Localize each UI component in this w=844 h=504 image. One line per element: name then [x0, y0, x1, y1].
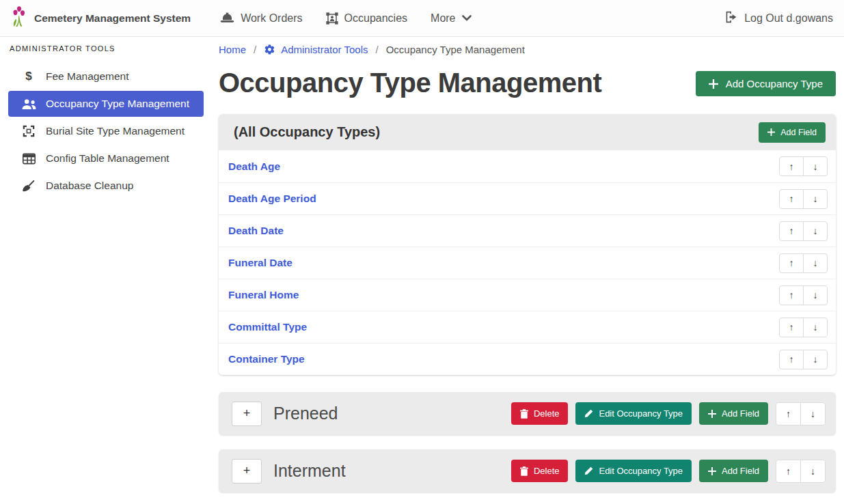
move-up-button[interactable]: ↑: [779, 253, 804, 273]
field-link-funeral-home[interactable]: Funeral Home: [228, 289, 299, 301]
field-row: Death Date ↑ ↓: [219, 214, 836, 247]
logout-button[interactable]: Log Out d.gowans: [724, 11, 833, 26]
reorder-buttons: ↑ ↓: [776, 402, 826, 425]
logout-icon: [724, 11, 738, 26]
reorder-buttons: ↑ ↓: [776, 460, 826, 483]
dollar-icon: $: [21, 70, 37, 83]
sidebar-section-header: ADMINISTRATOR TOOLS: [10, 44, 212, 53]
edit-occupancy-type-label: Edit Occupancy Type: [599, 408, 683, 419]
sidebar-item-label: Burial Site Type Management: [46, 125, 185, 137]
move-up-button[interactable]: ↑: [776, 460, 801, 483]
breadcrumb-home-link[interactable]: Home: [219, 44, 246, 55]
breadcrumb-separator: /: [375, 44, 378, 55]
panel-actions: Delete Edit Occupancy Type Add Field ↑: [511, 402, 826, 425]
occupancy-type-panel-interment: + Interment Delete Edit Occupancy Type: [219, 449, 836, 492]
expand-button[interactable]: +: [232, 402, 262, 426]
add-field-button[interactable]: Add Field: [699, 460, 768, 482]
move-down-button[interactable]: ↓: [803, 189, 828, 209]
breadcrumb-current: Occupancy Type Management: [386, 44, 525, 55]
move-down-button[interactable]: ↓: [803, 318, 828, 337]
trash-icon: [520, 409, 528, 419]
all-occupancy-types-title: (All Occupancy Types): [234, 124, 380, 140]
add-occupancy-type-button[interactable]: Add Occupancy Type: [696, 71, 836, 96]
plus-icon: [709, 79, 718, 89]
move-down-button[interactable]: ↓: [803, 221, 828, 241]
add-occupancy-type-label: Add Occupancy Type: [726, 78, 823, 89]
move-up-button[interactable]: ↑: [779, 221, 804, 241]
broom-icon: [21, 180, 37, 192]
move-up-button[interactable]: ↑: [779, 189, 804, 209]
nav-item-occupancies[interactable]: Occupancies: [326, 12, 408, 25]
page-title: Occupancy Type Management: [219, 66, 601, 99]
sidebar-item-database-cleanup[interactable]: Database Cleanup: [8, 173, 204, 199]
title-row: Occupancy Type Management Add Occupancy …: [219, 66, 836, 99]
add-field-label: Add Field: [722, 466, 759, 476]
nav-item-more[interactable]: More: [431, 12, 471, 25]
occupancy-frame-icon: [326, 12, 338, 25]
occupancy-type-panel-preneed: + Preneed Delete Edit Occupancy Type: [219, 392, 836, 435]
field-link-funeral-date[interactable]: Funeral Date: [228, 257, 292, 269]
reorder-buttons: ↑ ↓: [779, 156, 828, 176]
panel-actions: Delete Edit Occupancy Type Add Field ↑: [511, 460, 826, 483]
sidebar-item-config-table-management[interactable]: Config Table Management: [8, 145, 204, 171]
add-field-label: Add Field: [722, 408, 759, 419]
move-down-button[interactable]: ↓: [803, 285, 828, 305]
occupancy-type-name: Interment: [273, 461, 511, 481]
hard-hat-icon: [220, 12, 234, 24]
field-row: Container Type ↑ ↓: [219, 343, 836, 375]
move-up-button[interactable]: ↑: [779, 350, 804, 369]
field-link-committal-type[interactable]: Committal Type: [228, 321, 307, 333]
move-up-button[interactable]: ↑: [779, 285, 804, 305]
move-up-button[interactable]: ↑: [776, 402, 801, 425]
breadcrumb-separator: /: [254, 44, 256, 55]
main-content: Home / Administrator Tools / Occupancy T…: [212, 37, 844, 504]
brand-link[interactable]: Cemetery Management System: [11, 6, 191, 31]
reorder-buttons: ↑ ↓: [779, 253, 828, 273]
delete-label: Delete: [534, 408, 560, 419]
sidebar-item-fee-management[interactable]: $ Fee Management: [8, 64, 204, 89]
field-link-death-date[interactable]: Death Date: [228, 225, 284, 237]
breadcrumb: Home / Administrator Tools / Occupancy T…: [219, 44, 836, 55]
sidebar-item-label: Fee Management: [46, 70, 129, 83]
move-down-button[interactable]: ↓: [800, 402, 826, 425]
field-link-container-type[interactable]: Container Type: [228, 353, 305, 365]
move-down-button[interactable]: ↓: [803, 253, 828, 273]
gear-icon: [264, 44, 275, 55]
plus-icon: [708, 467, 716, 475]
reorder-buttons: ↑ ↓: [779, 189, 828, 209]
trash-icon: [520, 466, 528, 476]
delete-button[interactable]: Delete: [511, 402, 569, 425]
add-field-button[interactable]: Add Field: [699, 402, 768, 425]
burial-frame-icon: [21, 125, 37, 137]
sidebar-item-label: Occupancy Type Management: [46, 98, 189, 110]
edit-occupancy-type-button[interactable]: Edit Occupancy Type: [575, 460, 692, 482]
nav-item-label: More: [431, 12, 455, 25]
add-field-button[interactable]: Add Field: [759, 122, 826, 143]
reorder-buttons: ↑ ↓: [779, 285, 828, 305]
move-down-button[interactable]: ↓: [803, 156, 828, 176]
tulip-logo-icon: [11, 6, 27, 31]
edit-occupancy-type-label: Edit Occupancy Type: [599, 466, 683, 476]
move-down-button[interactable]: ↓: [803, 350, 828, 369]
breadcrumb-admin-tools-link[interactable]: Administrator Tools: [264, 44, 368, 55]
nav-item-work-orders[interactable]: Work Orders: [220, 12, 302, 25]
reorder-buttons: ↑ ↓: [779, 318, 828, 337]
reorder-buttons: ↑ ↓: [779, 350, 828, 369]
move-up-button[interactable]: ↑: [779, 156, 804, 176]
move-down-button[interactable]: ↓: [800, 460, 826, 483]
all-occupancy-types-header: (All Occupancy Types) Add Field: [219, 114, 836, 150]
expand-button[interactable]: +: [232, 459, 262, 484]
nav-item-label: Occupancies: [344, 12, 408, 25]
sidebar-item-burial-site-type-management[interactable]: Burial Site Type Management: [8, 118, 204, 144]
delete-button[interactable]: Delete: [511, 460, 569, 482]
field-row: Funeral Date ↑ ↓: [219, 247, 836, 279]
field-link-death-age[interactable]: Death Age: [228, 160, 280, 173]
move-up-button[interactable]: ↑: [779, 318, 804, 337]
sidebar-item-occupancy-type-management[interactable]: Occupancy Type Management: [8, 91, 204, 117]
add-field-label: Add Field: [780, 128, 817, 137]
sidebar-item-label: Database Cleanup: [46, 180, 133, 192]
edit-occupancy-type-button[interactable]: Edit Occupancy Type: [575, 402, 692, 425]
field-link-death-age-period[interactable]: Death Age Period: [228, 193, 316, 205]
field-row: Death Age ↑ ↓: [219, 150, 836, 182]
plus-icon: [767, 128, 775, 136]
